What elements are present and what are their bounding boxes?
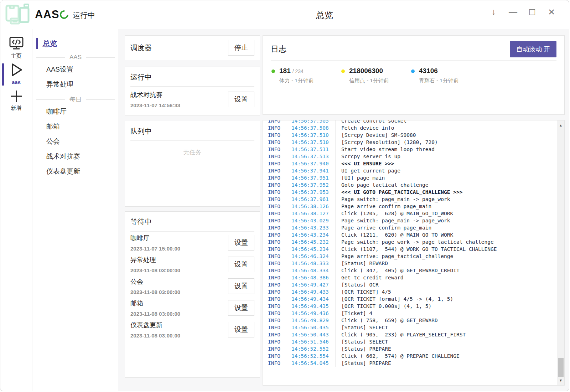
log-message: [Scrcpy Device] SM-S9080 xyxy=(336,131,556,139)
log-message: [OCR_TICKET format] 4/5 -> (4, 1, 5) xyxy=(336,295,556,303)
log-line: INFO 14:56:50.443 Click ( 905, 233) @ PL… xyxy=(263,331,556,338)
waiting-task-row: 异常处理 2023-11-08 03:00:00 设置 xyxy=(130,253,254,275)
log-timestamp: 14:56:37.510 xyxy=(291,131,336,139)
log-line: INFO 14:56:37.952 Goto page_tactical_cha… xyxy=(263,181,556,189)
sidebar-item[interactable]: 战术对抗赛 xyxy=(33,149,118,164)
minimize-icon[interactable]: — xyxy=(508,4,518,20)
maximize-icon[interactable]: □ xyxy=(527,4,538,20)
log-message: Click (1211, 620) @ MAIN_GO_TO_WORK xyxy=(336,231,556,238)
scrollbar-thumb[interactable] xyxy=(558,358,564,377)
log-line: INFO 14:56:49.427 [Status] OCR xyxy=(263,281,556,288)
sidebar-item[interactable]: 公会 xyxy=(33,134,118,149)
rail-label-home: 主页 xyxy=(0,53,32,60)
stop-button[interactable]: 停止 xyxy=(228,40,254,56)
log-line: INFO 14:56:48.334 Click ( 347, 405) @ GE… xyxy=(263,267,556,274)
sidebar-list-aas: AAS设置 异常处理 xyxy=(33,62,118,92)
log-line: INFO 14:56:37.505 Create control socket xyxy=(263,120,556,124)
log-level: INFO xyxy=(263,253,291,260)
scroll-up-icon[interactable]: ▲ xyxy=(557,123,564,127)
sidebar-item[interactable]: AAS设置 xyxy=(33,62,118,77)
running-task-name: 战术对抗赛 xyxy=(130,91,180,99)
log-level: INFO xyxy=(263,160,291,167)
running-settings-button[interactable]: 设置 xyxy=(228,92,254,107)
rail-label-aas: aas xyxy=(0,79,32,85)
download-icon[interactable]: ↓ xyxy=(488,4,499,20)
app-status-label: 运行中 xyxy=(73,10,95,20)
waiting-settings-button[interactable]: 设置 xyxy=(228,278,254,294)
close-icon[interactable]: × xyxy=(546,4,557,20)
waiting-settings-button[interactable]: 设置 xyxy=(228,300,254,316)
queue-empty-text: 无任务 xyxy=(130,148,254,156)
sidebar-item[interactable]: 仪表盘更新 xyxy=(33,164,118,179)
log-level: INFO xyxy=(263,260,291,267)
waiting-task-time: 2023-11-08 03:00:00 xyxy=(130,332,180,339)
log-timestamp: 14:56:48.386 xyxy=(291,274,336,281)
rail-item-add[interactable]: 新增 xyxy=(0,90,32,112)
log-level: INFO xyxy=(263,196,291,203)
stat-label: 青辉石 - 1分钟前 xyxy=(419,77,481,84)
autoscroll-toggle-button[interactable]: 自动滚动 开 xyxy=(510,41,556,57)
stat-value: 43106 xyxy=(419,67,438,74)
log-line: INFO 14:56:48.386 Get tc credit reward xyxy=(263,274,556,281)
waiting-settings-button[interactable]: 设置 xyxy=(228,257,254,272)
running-title: 运行中 xyxy=(130,72,254,82)
stat-label: 信用点 - 1分钟前 xyxy=(349,77,411,84)
code-monitor-icon xyxy=(9,36,24,51)
log-level: INFO xyxy=(263,331,291,338)
log-message: Page arrive confirm page_main xyxy=(336,224,556,231)
sidebar-item[interactable]: 异常处理 xyxy=(33,77,118,92)
log-level: INFO xyxy=(263,203,291,210)
waiting-settings-button[interactable]: 设置 xyxy=(228,322,254,337)
log-scrollbar[interactable]: ▲ ▼ xyxy=(557,120,564,385)
log-line: INFO 14:56:54.045 [Status] PREPARE xyxy=(263,360,556,367)
waiting-task-row: 咖啡厅 2023-11-07 15:00:00 设置 xyxy=(130,232,254,253)
log-message: Page switch: page_main -> page_work xyxy=(336,196,556,203)
log-line: INFO 14:56:49.436 [Ticket] 4 xyxy=(263,310,556,317)
sidebar-item[interactable]: 咖啡厅 xyxy=(33,104,118,119)
log-message: [OCR_TICKET] 4/5 xyxy=(336,288,556,295)
log-timestamp: 14:56:37.953 xyxy=(291,189,336,196)
log-timestamp: 14:56:45.232 xyxy=(291,238,336,246)
log-header-card: 日志 自动滚动 开 181/ 234 体力 - 1分钟前 218006300 xyxy=(263,35,565,115)
log-message: Page switch: page_main -> page_work xyxy=(336,217,556,224)
log-level: INFO xyxy=(263,238,291,246)
log-message: Click ( 758, 659) @ GET_REWARD xyxy=(336,317,556,324)
stat-dot-icon xyxy=(411,69,415,73)
log-level: INFO xyxy=(263,153,291,160)
log-title: 日志 xyxy=(271,44,286,55)
log-timestamp: 14:56:43.234 xyxy=(291,231,336,238)
log-message: Click ( 662, 574) @ PREPARE_CHALLENGE xyxy=(336,352,556,360)
titlebar: AAS 运行中 总览 ↓ — □ × xyxy=(0,0,569,29)
sidebar-item[interactable]: 邮箱 xyxy=(33,119,118,134)
queue-card: 队列中 无任务 xyxy=(125,121,260,207)
icon-rail: 主页 aas 新增 xyxy=(0,29,32,391)
waiting-task-time: 2023-11-08 03:00:00 xyxy=(130,311,180,317)
rail-item-aas[interactable]: aas xyxy=(0,63,32,86)
log-message: [Scrcpy Resolution] (1280, 720) xyxy=(336,139,556,146)
waiting-task-name: 邮箱 xyxy=(130,299,180,308)
running-task-row: 战术对抗赛 2023-11-07 14:56:33 设置 xyxy=(130,87,254,108)
stat-label: 体力 - 1分钟前 xyxy=(279,77,341,84)
log-timestamp: 14:56:46.324 xyxy=(291,253,336,260)
log-level: INFO xyxy=(263,274,291,281)
resource-stat: 181/ 234 体力 - 1分钟前 xyxy=(271,67,341,84)
log-message: Click (1205, 628) @ MAIN_GO_TO_WORK xyxy=(336,210,556,217)
log-line: INFO 14:56:37.961 Page switch: page_main… xyxy=(263,196,556,203)
log-message: <<< UI GOTO PAGE_TACTICAL_CHALLENGE >>> xyxy=(336,189,556,196)
log-timestamp: 14:56:52.552 xyxy=(291,345,336,352)
log-line: INFO 14:56:45.234 Click (1107, 544) @ WO… xyxy=(263,246,556,253)
log-level: INFO xyxy=(263,189,291,196)
log-lines: INFO 14:56:37.505 Create control socket … xyxy=(263,120,556,367)
log-level: INFO xyxy=(263,317,291,324)
log-timestamp: 14:56:49.434 xyxy=(291,295,336,303)
log-message: Click ( 347, 405) @ GET_REWARD_CREDIT xyxy=(336,267,556,274)
log-level: INFO xyxy=(263,131,291,139)
sidebar-item-overview[interactable]: 总览 xyxy=(36,38,57,49)
log-line: INFO 14:56:37.953 <<< UI GOTO PAGE_TACTI… xyxy=(263,189,556,196)
rail-item-home[interactable]: 主页 xyxy=(0,36,32,60)
log-timestamp: 14:56:49.436 xyxy=(291,310,336,317)
scroll-down-icon[interactable]: ▼ xyxy=(557,378,564,382)
log-timestamp: 14:56:37.511 xyxy=(291,146,336,153)
log-message: [UI] page_main xyxy=(336,174,556,181)
waiting-settings-button[interactable]: 设置 xyxy=(228,235,254,251)
